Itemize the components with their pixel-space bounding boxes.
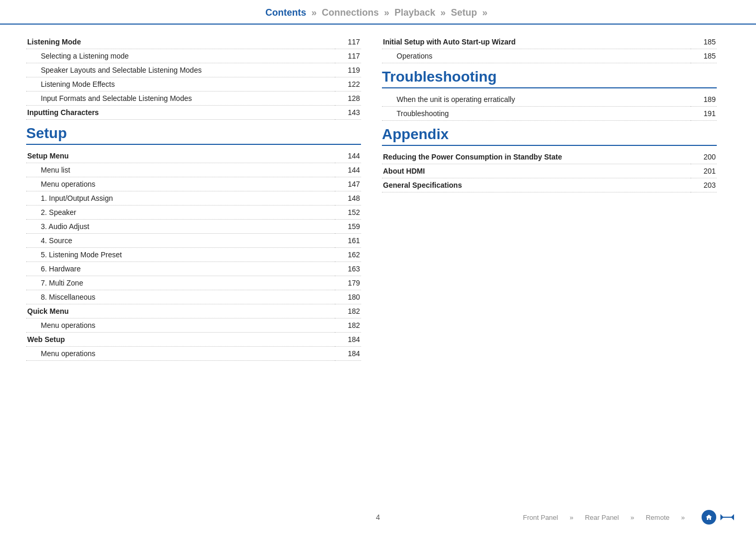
entry-page: 117 [335,49,361,63]
nav-sep-1: » [311,7,317,18]
table-row: Reducing the Power Consumption in Standb… [382,150,717,164]
entry-page: 182 [335,304,361,318]
nav-setup[interactable]: Setup [451,7,477,18]
entry-page: 180 [335,290,361,304]
entry-page: 117 [335,35,361,49]
main-content: Listening Mode 117 Selecting a Listening… [0,25,756,371]
table-row: Selecting a Listening mode 117 [26,49,361,63]
footer-sep-2: » [630,514,634,521]
entry-label: General Specifications [382,178,691,192]
entry-page: 185 [691,35,717,49]
nav-sep-3: » [441,7,446,18]
footer-rear-panel[interactable]: Rear Panel [585,514,619,521]
footer: 4 Front Panel » Rear Panel » Remote » [0,510,756,525]
entry-label: Inputting Characters [26,106,335,120]
nav-contents[interactable]: Contents [265,7,306,18]
appendix-title: Appendix [382,126,717,143]
initial-setup-section: Initial Setup with Auto Start-up Wizard … [382,35,717,63]
nav-playback[interactable]: Playback [394,7,435,18]
entry-label: Menu operations [26,318,335,333]
entry-label: Setup Menu [26,149,335,163]
table-row: Speaker Layouts and Selectable Listening… [26,63,361,77]
table-row: 1. Input/Output Assign 148 [26,191,361,206]
entry-label: 1. Input/Output Assign [26,191,335,206]
table-row: 5. Listening Mode Preset 162 [26,248,361,262]
appendix-divider [382,145,717,146]
entry-label: 4. Source [26,234,335,248]
table-row: Inputting Characters 143 [26,106,361,120]
entry-label: Web Setup [26,333,335,347]
entry-page: 200 [691,150,717,164]
entry-page: 147 [335,177,361,191]
entry-page: 201 [691,164,717,178]
nav-sep-4: » [482,7,488,18]
right-column: Initial Setup with Auto Start-up Wizard … [382,35,717,361]
table-row: General Specifications 203 [382,178,717,192]
entry-page: 122 [335,77,361,92]
table-row: Quick Menu 182 [26,304,361,318]
table-row: Input Formats and Selectable Listening M… [26,92,361,106]
footer-front-panel[interactable]: Front Panel [523,514,558,521]
footer-right: Front Panel » Rear Panel » Remote » [523,510,735,525]
entry-page: 179 [335,276,361,290]
table-row: Setup Menu 144 [26,149,361,163]
entry-page: 189 [691,93,717,107]
entry-page: 148 [335,191,361,206]
footer-remote[interactable]: Remote [646,514,670,521]
entry-page: 203 [691,178,717,192]
footer-sep-1: » [570,514,573,521]
nav-arrows[interactable] [719,511,735,523]
entry-label: Quick Menu [26,304,335,318]
entry-label: When the unit is operating erratically [382,93,691,107]
troubleshooting-section: When the unit is operating erratically 1… [382,93,717,121]
entry-page: 128 [335,92,361,106]
entry-label: Operations [382,49,691,63]
home-icon[interactable] [702,510,716,525]
entry-page: 144 [335,163,361,177]
table-row: 8. Miscellaneous 180 [26,290,361,304]
header-nav: Contents » Connections » Playback » Setu… [0,0,756,25]
entry-label: Input Formats and Selectable Listening M… [26,92,335,106]
entry-label: About HDMI [382,164,691,178]
setup-menu-section: Setup Menu 144 Menu list 144 Menu operat… [26,149,361,361]
table-row: Operations 185 [382,49,717,63]
entry-page: 144 [335,149,361,163]
entry-page: 182 [335,318,361,333]
entry-page: 163 [335,262,361,276]
listening-mode-section: Listening Mode 117 Selecting a Listening… [26,35,361,120]
table-row: Listening Mode 117 [26,35,361,49]
entry-label: 6. Hardware [26,262,335,276]
entry-page: 184 [335,333,361,347]
entry-label: 7. Multi Zone [26,276,335,290]
setup-divider [26,144,361,145]
troubleshooting-divider [382,87,717,88]
table-row: About HDMI 201 [382,164,717,178]
table-row: Web Setup 184 [26,333,361,347]
entry-label: Menu operations [26,347,335,361]
entry-label: Listening Mode [26,35,335,49]
left-column: Listening Mode 117 Selecting a Listening… [26,35,361,361]
table-row: Troubleshooting 191 [382,107,717,121]
entry-label: Menu list [26,163,335,177]
table-row: Menu list 144 [26,163,361,177]
table-row: Menu operations 182 [26,318,361,333]
entry-page: 119 [335,63,361,77]
entry-label: Reducing the Power Consumption in Standb… [382,150,691,164]
table-row: Listening Mode Effects 122 [26,77,361,92]
table-row: 7. Multi Zone 179 [26,276,361,290]
nav-connections[interactable]: Connections [322,7,379,18]
table-row: 6. Hardware 163 [26,262,361,276]
entry-label: 2. Speaker [26,206,335,220]
entry-label: Troubleshooting [382,107,691,121]
entry-label: 8. Miscellaneous [26,290,335,304]
entry-page: 184 [335,347,361,361]
setup-title: Setup [26,125,361,142]
table-row: Initial Setup with Auto Start-up Wizard … [382,35,717,49]
entry-page: 152 [335,206,361,220]
nav-sep-2: » [384,7,389,18]
troubleshooting-title: Troubleshooting [382,69,717,85]
entry-page: 161 [335,234,361,248]
entry-label: Speaker Layouts and Selectable Listening… [26,63,335,77]
footer-sep-3: » [681,514,685,521]
table-row: When the unit is operating erratically 1… [382,93,717,107]
